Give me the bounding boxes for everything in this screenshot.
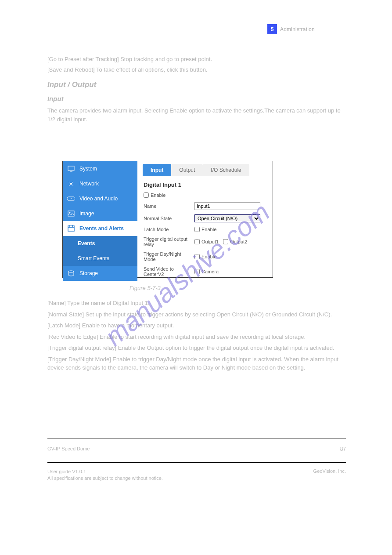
enable-checkbox[interactable]: Enable	[144, 192, 165, 198]
subsection-title: Input	[47, 94, 346, 104]
embedded-screenshot: System Network Video and Audio Image Eve…	[62, 161, 273, 278]
tab-output[interactable]: Output	[171, 164, 203, 176]
latch-label: Latch Mode	[144, 227, 194, 232]
output1-checkbox[interactable]: Output1	[194, 239, 219, 244]
term-dn: [Trigger Day/Night Mode]	[47, 356, 111, 363]
row-trigger-dn: Trigger Day/Night Mode Enable	[144, 251, 266, 262]
tab-input[interactable]: Input	[143, 164, 171, 176]
tab-io-schedule[interactable]: I/O Schedule	[203, 164, 249, 176]
panel-body: Digital Input 1 Enable Name Normal State…	[137, 176, 273, 287]
camera-icon	[67, 195, 75, 203]
name-label: Name	[144, 203, 194, 209]
sendvideo-label: Send Video to CenterV2	[144, 266, 194, 277]
footer-product: GV-IP Speed Dome	[47, 446, 90, 451]
calendar-icon	[67, 225, 75, 232]
term-normal: [Normal State]	[47, 311, 84, 318]
svg-rect-10	[68, 226, 74, 231]
latch-checkbox[interactable]: Enable	[194, 227, 216, 232]
page-number-badge: 5	[267, 24, 277, 34]
figure-caption: Figure 5-7-3	[129, 285, 161, 291]
camera-checkbox[interactable]: Camera	[194, 269, 219, 274]
trigger-dn-label: Trigger Day/Night Mode	[144, 251, 194, 262]
panel-title: Digital Input 1	[144, 181, 266, 188]
row-normal-state: Normal State Open Circuit (N/O)	[144, 214, 266, 222]
below-figure: [Name] Type the name of Digital Input 1.…	[47, 299, 346, 375]
normal-state-label: Normal State	[144, 216, 194, 221]
sidebar: System Network Video and Audio Image Eve…	[63, 161, 137, 277]
divider-2	[47, 462, 346, 463]
row-latch: Latch Mode Enable	[144, 227, 266, 232]
intro-content: [Go to Preset after Tracking] Stop track…	[47, 55, 346, 125]
term-latch: [Latch Mode]	[47, 322, 80, 329]
section-title: Input / Output	[47, 79, 346, 91]
divider-1	[47, 439, 346, 439]
storage-icon	[67, 269, 75, 277]
sidebar-label: Video and Audio	[79, 196, 118, 202]
svg-line-5	[71, 184, 73, 186]
svg-rect-0	[68, 166, 74, 170]
svg-line-3	[69, 181, 71, 184]
row-trigger-relay: Trigger digital output relay Output1 Out…	[144, 236, 266, 247]
svg-point-14	[68, 271, 74, 272]
row-send-video: Send Video to CenterV2 Camera	[144, 266, 266, 277]
sidebar-submenu: Events Smart Events	[63, 236, 137, 266]
submenu-smart-events[interactable]: Smart Events	[78, 251, 137, 266]
intro-line-1: [Go to Preset after Tracking] Stop track…	[47, 55, 346, 64]
svg-line-4	[71, 181, 73, 184]
term-rec: [Rec Video to Edge]	[47, 334, 98, 340]
output2-checkbox[interactable]: Output2	[223, 239, 247, 244]
sidebar-item-video[interactable]: Video and Audio	[63, 191, 137, 206]
sidebar-item-storage[interactable]: Storage	[63, 266, 137, 281]
sidebar-item-network[interactable]: Network	[63, 176, 137, 191]
trigger-dn-checkbox[interactable]: Enable	[194, 254, 216, 259]
svg-point-7	[71, 198, 72, 199]
main-panel: Input Output I/O Schedule Digital Input …	[137, 161, 273, 277]
svg-point-9	[69, 212, 71, 214]
name-input[interactable]	[194, 202, 260, 210]
tabs: Input Output I/O Schedule	[137, 161, 273, 176]
term-name: [Name]	[47, 300, 66, 306]
subfooter-right: GeoVision, Inc.	[313, 468, 346, 474]
monitor-icon	[67, 165, 75, 173]
sidebar-label: Network	[79, 181, 99, 187]
submenu-events[interactable]: Events	[78, 236, 137, 251]
sidebar-item-system[interactable]: System	[63, 161, 137, 176]
intro-line-2: [Save and Reboot] To take effect of all …	[47, 65, 346, 74]
sidebar-label: Events and Alerts	[79, 225, 124, 232]
sidebar-label: Storage	[79, 270, 98, 276]
term-relay: [Trigger digital output relay]	[47, 345, 116, 351]
intro-line-3: The camera provides two alarm input. Sel…	[47, 106, 346, 123]
header-chapter: Administration	[280, 26, 315, 33]
row-name: Name	[144, 202, 266, 210]
footer-page-number: 87	[340, 446, 346, 452]
image-icon	[67, 210, 75, 218]
intro-term-2: [Save and Reboot]	[47, 66, 95, 73]
intro-term-1: [Go to Preset after Tracking]	[47, 56, 119, 62]
sidebar-item-events[interactable]: Events and Alerts	[63, 221, 137, 236]
sidebar-item-image[interactable]: Image	[63, 206, 137, 221]
normal-state-select[interactable]: Open Circuit (N/O)	[194, 214, 260, 222]
trigger-relay-label: Trigger digital output relay	[144, 236, 194, 247]
row-enable: Enable	[144, 192, 266, 198]
sidebar-label: System	[79, 166, 97, 172]
subfooter-left: User guide V1.0.1 All specifications are…	[47, 468, 163, 482]
svg-line-6	[69, 184, 71, 186]
sidebar-label: Image	[79, 210, 94, 217]
network-icon	[67, 180, 75, 188]
